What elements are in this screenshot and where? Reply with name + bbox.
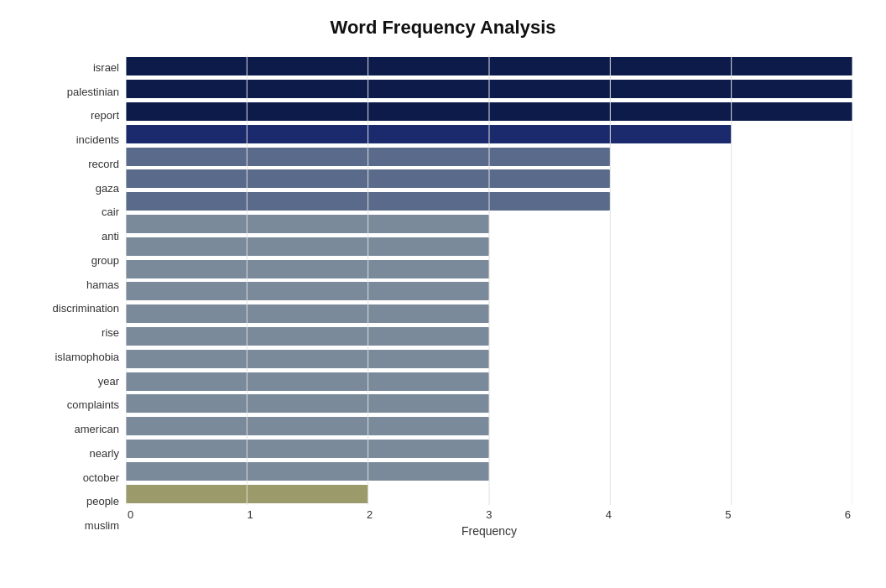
bar-row xyxy=(126,213,852,236)
bar xyxy=(126,102,852,121)
y-label: israel xyxy=(93,62,119,73)
bar xyxy=(126,350,489,368)
bar xyxy=(126,304,489,323)
chart-title: Word Frequency Analysis xyxy=(34,17,852,39)
bar xyxy=(126,372,489,391)
bar-row xyxy=(126,303,852,325)
y-label: incidents xyxy=(76,134,119,145)
y-label: rise xyxy=(102,327,119,338)
bar xyxy=(126,417,489,435)
bar-row xyxy=(126,415,852,438)
x-tick: 5 xyxy=(725,508,731,521)
x-axis-label: Frequency xyxy=(126,524,852,538)
bar-row xyxy=(126,438,852,461)
y-label: nearly xyxy=(90,448,119,459)
y-label: cair xyxy=(102,206,119,217)
bar xyxy=(126,327,489,346)
x-ticks: 0123456 xyxy=(126,508,852,521)
x-tick: 2 xyxy=(367,508,373,521)
y-label: muslim xyxy=(85,520,119,531)
bar xyxy=(126,394,489,413)
y-label: october xyxy=(83,472,119,483)
bar xyxy=(126,125,732,143)
bar xyxy=(126,485,368,503)
y-label: group xyxy=(91,255,119,266)
plot-area: 0123456 Frequency xyxy=(126,55,852,538)
x-tick: 4 xyxy=(606,508,612,521)
chart-body: israelpalestinianreportincidentsrecordga… xyxy=(34,55,852,538)
bar-row xyxy=(126,325,852,348)
y-label: report xyxy=(91,110,119,121)
bar xyxy=(126,57,852,75)
y-axis-labels: israelpalestinianreportincidentsrecordga… xyxy=(34,55,126,538)
bar-row xyxy=(126,145,852,168)
y-label: islamophobia xyxy=(55,351,119,362)
y-label: anti xyxy=(102,231,119,242)
bar xyxy=(126,462,489,481)
bar xyxy=(126,80,852,98)
x-tick: 1 xyxy=(247,508,253,521)
bar-row xyxy=(126,347,852,370)
y-label: year xyxy=(98,376,119,387)
bar xyxy=(126,215,489,233)
bar xyxy=(126,282,489,300)
bars-wrapper xyxy=(126,55,852,505)
bar xyxy=(126,440,489,458)
y-label: complaints xyxy=(67,399,119,410)
bar xyxy=(126,192,610,211)
bar-row xyxy=(126,258,852,280)
bar xyxy=(126,260,489,278)
x-axis: 0123456 Frequency xyxy=(126,508,852,538)
bar xyxy=(126,169,610,188)
bar xyxy=(126,237,489,256)
y-label: gaza xyxy=(96,183,119,194)
x-tick: 3 xyxy=(486,508,492,521)
bar-row xyxy=(126,460,852,482)
bar-row xyxy=(126,190,852,213)
bar-row xyxy=(126,280,852,303)
bar-row xyxy=(126,370,852,393)
chart-container: Word Frequency Analysis israelpalestinia… xyxy=(0,0,886,588)
bar-row xyxy=(126,235,852,258)
y-label: american xyxy=(75,424,119,434)
bar-row xyxy=(126,393,852,415)
bar-row xyxy=(126,122,852,145)
bar xyxy=(126,148,610,166)
bar-row xyxy=(126,101,852,123)
y-label: palestinian xyxy=(67,86,119,97)
bar-row xyxy=(126,78,852,101)
y-label: hamas xyxy=(86,279,119,290)
y-label: discrimination xyxy=(53,303,119,314)
bar-row xyxy=(126,55,852,78)
y-label: record xyxy=(88,159,119,169)
y-label: people xyxy=(86,496,119,507)
bar-row xyxy=(126,168,852,190)
bar-row xyxy=(126,482,852,505)
x-tick: 6 xyxy=(845,508,851,521)
x-tick: 0 xyxy=(128,508,133,521)
